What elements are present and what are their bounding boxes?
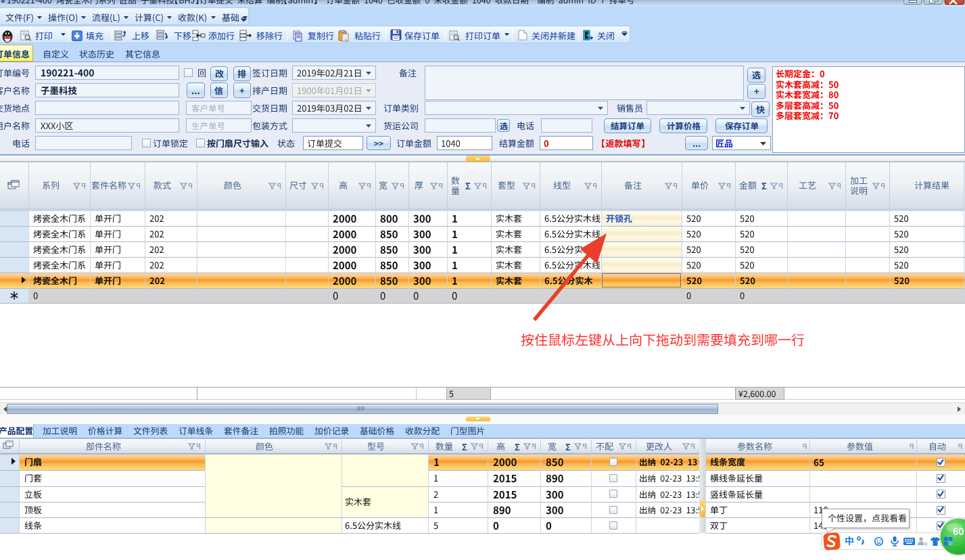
svg-text:2: 2 bbox=[924, 542, 926, 546]
